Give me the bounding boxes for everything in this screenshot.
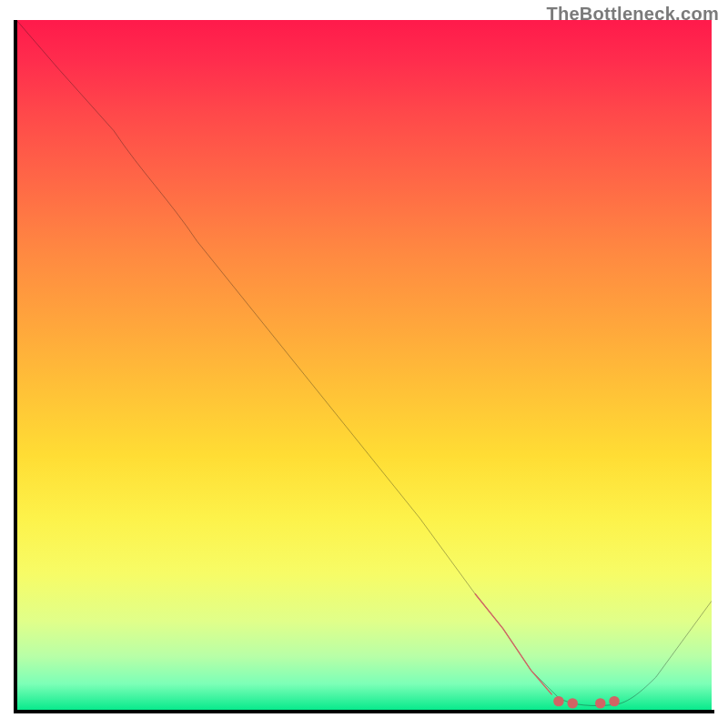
main-curve [16,20,712,705]
svg-point-0 [553,696,563,706]
chart-overlay [16,20,712,712]
plot-area [16,20,712,712]
svg-point-1 [567,698,577,708]
watermark-label: TheBottleneck.com [546,4,719,25]
axis-y [14,20,17,713]
axis-x [14,710,714,713]
svg-point-2 [595,698,605,708]
highlight-dots [553,696,620,709]
svg-point-3 [609,696,619,706]
chart-container: TheBottleneck.com [0,0,728,728]
